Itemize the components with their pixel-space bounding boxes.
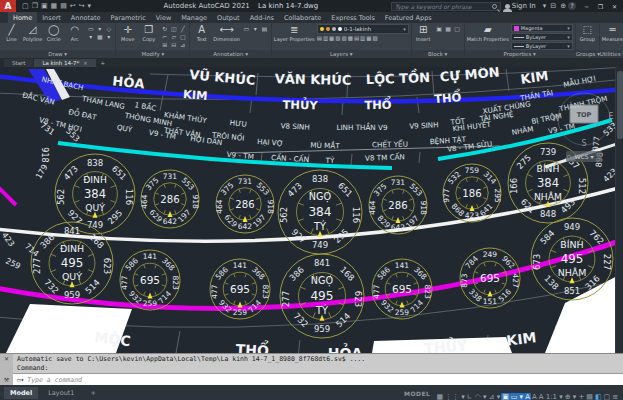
small-tool-icon[interactable]: ▾	[104, 33, 113, 41]
small-tool-icon[interactable]: ▱	[169, 33, 178, 41]
small-tool-icon[interactable]: ▦	[95, 33, 104, 41]
small-tool-icon[interactable]: ▤	[260, 25, 269, 33]
ortho-icon[interactable]: ∟	[466, 393, 474, 400]
open-file-icon[interactable]: ❒	[32, 2, 38, 10]
ribbon-button-group[interactable]: ⬚Group	[578, 24, 597, 42]
grid-icon[interactable]: ▦	[435, 393, 444, 400]
layout1-tab[interactable]: Layout1	[42, 387, 80, 399]
small-tool-icon[interactable]: ▾	[251, 25, 260, 33]
layer-freeze-icon[interactable]	[326, 27, 330, 31]
annotation-visibility-icon[interactable]: A	[524, 393, 531, 400]
layer-on-icon[interactable]	[320, 27, 324, 31]
close-command-icon[interactable]: ✕	[4, 356, 9, 362]
panel-label-layers[interactable]: Layers ▾	[272, 50, 411, 58]
save-as-icon[interactable]: ▦	[51, 2, 58, 10]
small-tool-icon[interactable]: ▭	[86, 25, 95, 33]
panel-label-properties[interactable]: Properties ▾	[465, 50, 575, 58]
ribbon-button-measure[interactable]: ═Measure	[602, 24, 623, 42]
panel-label-block[interactable]: Block ▾	[412, 50, 464, 58]
layer-tool-icon[interactable]: ▧	[335, 35, 340, 41]
ribbon-button-circle[interactable]: ◯Circle	[44, 24, 63, 42]
ribbon-button-arc[interactable]: ◠Arc	[65, 24, 84, 42]
layer-color-swatch[interactable]	[338, 27, 342, 31]
command-window-grip[interactable]: ✕ ⚒	[0, 354, 13, 385]
property-dropdown-magenta[interactable]: Magenta▾	[511, 24, 573, 32]
customize-command-icon[interactable]: ⚒	[4, 377, 9, 383]
small-tool-icon[interactable]: ◫	[169, 25, 178, 33]
ribbon-tab-view[interactable]: View	[151, 12, 176, 23]
snap-mode-icon[interactable]: ⋮⋮ ▾	[444, 393, 466, 400]
panel-label-draw[interactable]: Draw ▾	[0, 50, 115, 58]
panel-label-groups[interactable]: Groups ▾	[576, 50, 599, 58]
file-tab-drawing[interactable]: La kinh 14-7* ✕	[34, 59, 95, 67]
clean-screen-icon[interactable]: ▢	[603, 393, 612, 400]
help-icon[interactable]: ?	[568, 2, 576, 10]
drawing-canvas[interactable]: 838651116295749927562473ĐINH384QUÝ731553…	[0, 67, 623, 353]
ribbon-tab-express-tools[interactable]: Express Tools	[326, 12, 379, 23]
small-tool-icon[interactable]: ▢	[178, 33, 187, 41]
layer-tool-icon[interactable]: ▥	[323, 35, 328, 41]
search-icon[interactable]	[492, 4, 497, 9]
layer-tool-icon[interactable]: ▥	[360, 35, 365, 41]
panel-label-utilities[interactable]: Utilities ▾	[600, 50, 623, 58]
small-tool-icon[interactable]: ▣	[435, 25, 444, 33]
ribbon-button-match-properties[interactable]: ▰Match Properties	[467, 24, 509, 42]
close-tab-icon[interactable]: ✕	[83, 60, 87, 66]
layer-lock-icon[interactable]	[332, 27, 336, 31]
customization-icon[interactable]: ≡	[611, 393, 619, 400]
layer-tool-icon[interactable]: ▤	[317, 35, 322, 41]
restore-button[interactable]: ❐	[594, 1, 607, 12]
isometric-drafting-icon[interactable]: ⊿ ▾	[488, 393, 502, 400]
add-layout-button[interactable]: +	[84, 387, 101, 399]
sign-in-button[interactable]: Sign In	[505, 2, 536, 10]
autoscale-icon[interactable]: A	[531, 393, 538, 400]
ribbon-tab-annotate[interactable]: Annotate	[66, 12, 106, 23]
ribbon-button-line[interactable]: ╱Line	[2, 24, 21, 42]
small-tool-icon[interactable]: ▾	[86, 33, 95, 41]
ribbon-tab-output[interactable]: Output	[212, 12, 245, 23]
graphics-performance-icon[interactable]: ◧	[594, 393, 603, 400]
ribbon-tab-parametric[interactable]: Parametric	[106, 12, 151, 23]
small-tool-icon[interactable]: ⊟	[169, 41, 178, 49]
property-dropdown-bylayer[interactable]: ByLayer▾	[511, 42, 573, 50]
layer-tool-icon[interactable]: ▧	[373, 35, 378, 41]
redo-icon[interactable]: ↪	[79, 2, 85, 10]
small-tool-icon[interactable]: ⌐	[160, 33, 169, 41]
small-tool-icon[interactable]: ▦	[444, 25, 453, 33]
small-tool-icon[interactable]: ▢	[453, 25, 462, 33]
ribbon-button-dimension[interactable]: ⟷Dimension	[213, 24, 240, 42]
object-snap-icon[interactable]: ▭ ▾	[510, 393, 524, 400]
workspace-icon[interactable]: ⊕ ▾	[564, 393, 578, 400]
undo-icon[interactable]: ↩	[70, 2, 76, 10]
panel-label-modify[interactable]: Modify ▾	[116, 50, 189, 58]
new-drawing-tab-button[interactable]: +	[97, 59, 110, 67]
ribbon-button-polyline[interactable]: ◿Polyline	[23, 24, 42, 42]
small-tool-icon[interactable]: ◇	[104, 25, 113, 33]
help-search-box[interactable]: Type a keyword or phrase	[391, 2, 501, 11]
minimize-button[interactable]: ─	[580, 1, 593, 12]
layer-tool-icon[interactable]: ▨	[341, 35, 346, 41]
app-store-cart-icon[interactable]: ⊟	[550, 2, 556, 10]
layer-tool-icon[interactable]: ▦	[329, 35, 334, 41]
object-snap-tracking-icon[interactable]: ▣	[501, 393, 510, 400]
ribbon-tab-collaborate[interactable]: Collaborate	[279, 12, 326, 23]
layer-tool-icon[interactable]: ▦	[366, 35, 371, 41]
plot-icon[interactable]: ▤	[60, 2, 67, 10]
panel-label-annotation[interactable]: Annotation ▾	[190, 50, 271, 58]
layer-dropdown[interactable]: 0-1-lakinh▾	[317, 24, 409, 34]
vertical-scrollbar[interactable]	[615, 67, 623, 353]
model-tab[interactable]: Model	[4, 387, 38, 399]
ribbon-tab-insert[interactable]: Insert	[37, 12, 66, 23]
ribbon-button-insert[interactable]: ⊞Insert	[414, 24, 433, 42]
small-tool-icon[interactable]: ▭	[242, 25, 251, 33]
new-file-icon[interactable]: ▢	[22, 2, 29, 10]
polar-tracking-icon[interactable]: ◠ ▾	[474, 393, 488, 400]
ribbon-tab-home[interactable]: Home	[8, 12, 37, 23]
file-tab-start[interactable]: Start	[4, 59, 33, 67]
layer-tool-icon[interactable]: ▤	[354, 35, 359, 41]
layer-tool-icon[interactable]: ▩	[348, 35, 353, 41]
ribbon-tab-manage[interactable]: Manage	[176, 12, 212, 23]
ribbon-tab-featured-apps[interactable]: Featured Apps	[380, 12, 437, 23]
property-dropdown-bylayer[interactable]: ByLayer▾	[511, 33, 573, 41]
command-input-icon[interactable]: ▭▾	[17, 376, 24, 383]
